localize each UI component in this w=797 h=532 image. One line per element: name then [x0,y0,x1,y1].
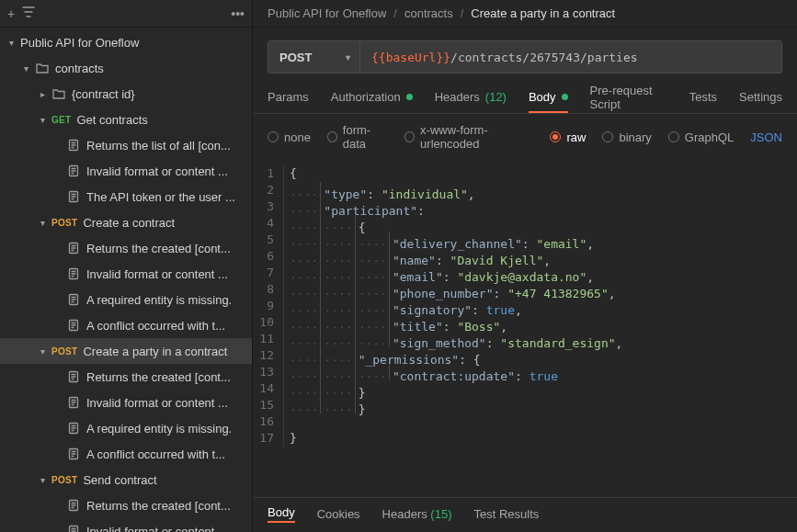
body-editor[interactable]: 1{2····"type": "individual",3····"partic… [253,160,797,497]
editor-line[interactable]: 1{ [253,165,797,182]
tree-example[interactable]: A required entity is missing. [0,415,252,441]
tree-item-label: A conflict occurred with t... [86,447,245,461]
editor-line[interactable]: 11············"sign_method": "standard_e… [253,331,797,347]
url-input[interactable]: {{baseUrl}}/contracts/2675743/parties [360,51,649,64]
body-format-dropdown[interactable]: JSON [750,130,782,144]
tab-tests[interactable]: Tests [689,83,717,113]
tab-params[interactable]: Params [268,83,309,113]
radio-label: form-data [343,123,388,151]
response-tab-cookies[interactable]: Cookies [317,507,360,521]
request-tabs: ParamsAuthorizationHeaders (12)BodyPre-r… [253,83,797,114]
tree-request[interactable]: ▾POSTCreate a party in a contract [0,338,252,364]
radio-label: binary [619,130,651,144]
editor-line[interactable]: 8············"phone_number": "+47 413829… [253,281,797,298]
tree-example[interactable]: A conflict occurred with t... [0,441,252,467]
body-type-none[interactable]: none [268,130,311,144]
tree-request[interactable]: ▾POSTCreate a contract [0,209,252,235]
tree-example[interactable]: Returns the created [cont... [0,235,252,261]
filter-icon[interactable] [22,6,35,21]
tree-example[interactable]: The API token or the user ... [0,184,252,209]
chevron-down-icon [51,372,63,382]
tab-count: (12) [485,90,507,104]
new-tab-icon[interactable]: + [7,6,15,21]
example-icon [66,524,81,532]
editor-line[interactable]: 17} [253,430,797,447]
response-tab-body[interactable]: Body [268,505,295,523]
editor-line[interactable]: 3····"participant": [253,198,797,215]
body-type-binary[interactable]: binary [602,130,651,144]
tab-settings[interactable]: Settings [739,83,782,113]
chevron-down-icon [51,398,63,408]
tree-item-label: Returns the created [cont... [86,242,245,255]
tree-example[interactable]: Returns the created [cont... [0,492,252,518]
tree-example[interactable]: Invalid format or content ... [0,518,252,532]
method-dropdown[interactable]: POST ▾ [268,41,360,73]
example-icon [66,498,81,513]
editor-line[interactable]: 13············"contract:update": true [253,364,797,380]
tree-request[interactable]: ▾POSTSend contract [0,467,252,492]
editor-line[interactable]: 2····"type": "individual", [253,182,797,198]
tab-authorization[interactable]: Authorization [331,83,413,113]
radio-label: GraphQL [685,130,734,144]
line-number: 16 [253,413,284,430]
line-number: 1 [253,165,284,182]
tree-example[interactable]: Invalid format or content ... [0,390,252,415]
response-tab-count: (15) [427,507,452,521]
tab-body[interactable]: Body [529,83,568,113]
line-number: 11 [253,331,284,347]
body-type-x-www-form-urlencoded[interactable]: x-www-form-urlencoded [404,123,533,151]
body-type-radios: noneform-datax-www-form-urlencodedrawbin… [253,114,797,160]
line-number: 5 [253,232,284,248]
line-code: ····"type": "individual", [290,182,475,198]
collection-root[interactable]: ▾ Public API for Oneflow [0,29,252,55]
response-tab-headers[interactable]: Headers (15) [382,507,452,521]
chevron-down-icon [51,192,63,202]
tree-example[interactable]: A conflict occurred with t... [0,312,252,338]
tree-example[interactable]: A required entity is missing. [0,287,252,312]
body-type-raw[interactable]: raw [550,130,586,144]
method-badge: POST [51,475,77,485]
chevron-down-icon [51,501,63,511]
body-type-form-data[interactable]: form-data [327,123,388,151]
tree-example[interactable]: Returns the created [cont... [0,364,252,390]
tree-item-label: Invalid format or content ... [86,396,245,410]
line-number: 9 [253,298,284,314]
editor-line[interactable]: 4········{ [253,215,797,232]
response-tab-label: Cookies [317,507,360,521]
line-code: } [290,430,297,447]
breadcrumb-item[interactable]: contracts [404,6,453,20]
radio-label: none [284,130,311,144]
radio-icon [550,131,561,142]
line-number: 10 [253,314,284,331]
editor-line[interactable]: 6············"name": "David Kjell", [253,248,797,265]
tree-item-label: Invalid format or content ... [86,267,245,281]
tree-example[interactable]: Invalid format or content ... [0,261,252,287]
editor-line[interactable]: 7············"email": "davkje@axdata.no"… [253,265,797,281]
body-type--raph-[interactable]: GraphQL [668,130,734,144]
tree-example[interactable]: Returns the list of all [con... [0,132,252,158]
response-tab-test-results[interactable]: Test Results [473,507,539,521]
breadcrumb-item: Create a party in a contract [471,6,615,20]
line-code: ············"phone_number": "+47 4138296… [290,281,616,298]
response-tab-label: Test Results [473,507,539,521]
more-icon[interactable]: ••• [231,6,245,21]
line-number: 15 [253,397,284,413]
method-badge: POST [51,346,77,357]
example-icon [66,447,81,461]
chevron-down-icon: ▾ [37,218,48,228]
tree-folder[interactable]: ▸{contract id} [0,81,252,107]
tree-request[interactable]: ▾GETGet contracts [0,107,252,132]
breadcrumb: Public API for Oneflow/contracts/Create … [253,0,797,28]
chevron-down-icon [51,243,63,254]
tree-example[interactable]: Invalid format or content ... [0,158,252,184]
editor-line[interactable]: 10············"title": "Boss", [253,314,797,331]
tab-headers[interactable]: Headers (12) [435,83,507,113]
breadcrumb-item[interactable]: Public API for Oneflow [268,6,386,20]
editor-line[interactable]: 15········} [253,397,797,413]
tab-label: Params [268,90,309,104]
tree-item-label: Create a party in a contract [83,345,245,358]
line-number: 2 [253,182,284,198]
editor-line[interactable]: 5············"delivery_channel": "email"… [253,232,797,248]
tree-folder[interactable]: ▾contracts [0,55,252,81]
tab-pre-request-script[interactable]: Pre-request Script [590,83,667,113]
